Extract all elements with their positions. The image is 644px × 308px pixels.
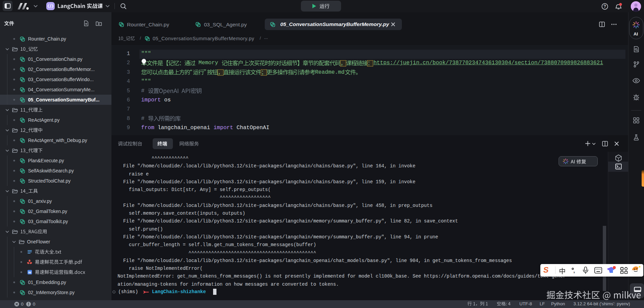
svg-text:,: , (573, 268, 575, 274)
svg-text:?: ? (603, 4, 606, 9)
svg-text:W: W (28, 270, 31, 274)
